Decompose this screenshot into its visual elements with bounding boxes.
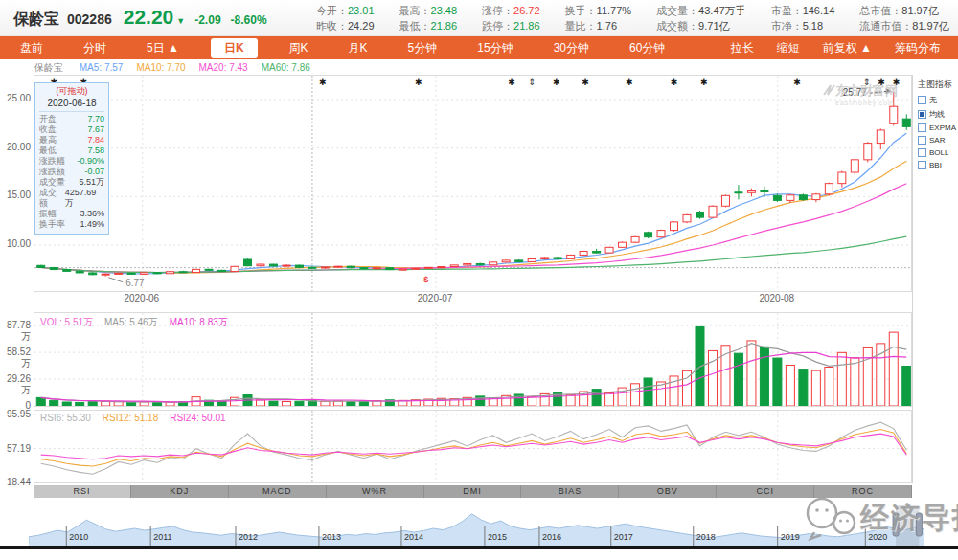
indicator-option-EXPMA[interactable]: EXPMA (913, 122, 957, 134)
tool-前复权 ▲[interactable]: 前复权 ▲ (823, 40, 872, 56)
tool-缩短[interactable]: 缩短 (777, 40, 800, 56)
stock-change: -2.09 (194, 13, 220, 27)
indicator-option-BBI[interactable]: BBI (913, 159, 957, 171)
rsi-legend: RSI6: 55.30RSI12: 51.18RSI24: 50.01 (40, 413, 238, 423)
indicator-tab-OBV[interactable]: OBV (619, 485, 717, 498)
chart-tools: 拉长缩短前复权 ▲筹码分布 (723, 40, 958, 56)
tab-30分钟[interactable]: 30分钟 (545, 38, 598, 58)
volume-tick: 29.26万 (2, 373, 31, 397)
stock-ident: 保龄宝 002286 22.20 ▼ -2.09 -8.60% (0, 6, 316, 30)
indicator-tab-MACD[interactable]: MACD (229, 485, 327, 498)
stat-column: 市盈：146.14市净：5.18 (771, 4, 835, 34)
tab-月K[interactable]: 月K (340, 38, 376, 58)
price-tick: 20.00 (2, 142, 31, 152)
checkbox-icon[interactable] (918, 123, 926, 132)
indicator-option-BOLL[interactable]: BOLL (913, 146, 957, 159)
tooltip-row: 振幅3.36% (39, 209, 104, 219)
price-down-arrow-icon: ▼ (176, 16, 185, 26)
svg-text:✱: ✱ (700, 78, 708, 87)
indicator-tab-KDJ[interactable]: KDJ (131, 485, 229, 498)
tool-筹码分布[interactable]: 筹码分布 (895, 40, 941, 56)
stat-今开: 今开：23.01 (316, 4, 375, 18)
checkbox-icon[interactable] (918, 161, 926, 169)
stock-header: 保龄宝 002286 22.20 ▼ -2.09 -8.60% 今开：23.01… (0, 0, 958, 36)
volume-tick: 87.78万 (2, 320, 31, 344)
tool-拉长[interactable]: 拉长 (731, 40, 754, 56)
svg-text:2015: 2015 (488, 532, 507, 542)
stat-总市值: 总市值：81.97亿 (859, 4, 949, 18)
tab-60分钟[interactable]: 60分钟 (621, 38, 673, 58)
tab-5分钟[interactable]: 5分钟 (399, 38, 446, 58)
svg-text:✱: ✱ (582, 78, 589, 87)
tab-15分钟[interactable]: 15分钟 (468, 38, 521, 58)
period-tabs: 盘前分时5日 ▲日K周K月K5分钟15分钟30分钟60分钟 (0, 38, 685, 58)
ma-label: MA10: 7.70 (136, 62, 185, 73)
rsi-tick: 57.19 (2, 443, 31, 454)
tooltip-date: 2020-06-18 (39, 97, 104, 112)
stat-column: 总市值：81.97亿流通市值：81.97亿 (859, 4, 949, 34)
stat-column: 换手：11.77%量比：1.76 (565, 4, 632, 34)
svg-text:✱: ✱ (553, 78, 560, 87)
stat-成交额: 成交额：9.71亿 (656, 19, 746, 34)
month-tick: 2020-08 (759, 293, 794, 303)
checkbox-icon[interactable] (918, 96, 926, 104)
svg-text:✱: ✱ (508, 78, 515, 87)
stat-column: 今开：23.01昨收：24.29 (316, 4, 375, 34)
rsi-tick: 18.44 (2, 477, 31, 487)
tab-盘前[interactable]: 盘前 (11, 38, 52, 58)
stat-市盈: 市盈：146.14 (771, 4, 835, 18)
svg-text:✱: ✱ (415, 78, 422, 87)
indicator-tab-RSI[interactable]: RSI (34, 485, 131, 498)
svg-text:✱: ✱ (626, 78, 633, 87)
tooltip-row: 最高7.84 (39, 135, 104, 146)
stat-column: 涨停：26.72跌停：21.86 (482, 4, 540, 34)
tab-分时[interactable]: 分时 (75, 38, 115, 58)
stat-涨停: 涨停：26.72 (482, 4, 540, 18)
svg-text:2012: 2012 (239, 532, 258, 542)
main-indicator-options: 无均线EXPMASARBOLLBBI (913, 93, 957, 171)
wechat-icon (801, 494, 860, 542)
ma-legend-stock: 保龄宝 (34, 62, 63, 73)
svg-text:2017: 2017 (614, 532, 633, 542)
stock-change-pct: -8.60% (231, 13, 267, 27)
stat-昨收: 昨收：24.29 (316, 19, 375, 34)
volume-label: MA5: 5.46万 (104, 317, 158, 327)
main-candlestick-chart[interactable]: ✱✱✱✱✱⇕✱✱✱✱✱✱⇕✱✱25.776.77$ (34, 75, 912, 292)
indicator-tab-W%R[interactable]: W%R (327, 485, 424, 498)
rsi-label: RSI12: 51.18 (103, 413, 158, 423)
indicator-option-SAR[interactable]: SAR (913, 134, 957, 146)
svg-text:2018: 2018 (696, 532, 716, 542)
svg-text:2016: 2016 (542, 532, 561, 542)
indicator-tab-CCI[interactable]: CCI (717, 485, 814, 498)
tooltip-row: 成交量5.51万 (39, 177, 104, 188)
checkbox-icon[interactable] (918, 148, 926, 157)
svg-text:2019: 2019 (781, 532, 800, 542)
stat-column: 成交量：43.47万手成交额：9.71亿 (656, 4, 746, 34)
svg-text:✱: ✱ (671, 78, 678, 87)
tab-5日 ▲[interactable]: 5日 ▲ (138, 38, 188, 58)
checkbox-icon[interactable] (918, 136, 926, 145)
tooltip-row: 开盘7.70 (39, 114, 104, 124)
tab-周K[interactable]: 周K (281, 38, 317, 58)
ma-label: MA20: 7.43 (199, 62, 248, 73)
tooltip-rows: 开盘7.70收盘7.67最高7.84最低7.58涨跌幅-0.90%涨跌额-0.0… (39, 114, 104, 230)
tooltip-row: 收盘7.67 (39, 124, 104, 135)
indicator-tab-BIAS[interactable]: BIAS (521, 485, 619, 498)
stock-price: 22.20 (124, 6, 174, 29)
checkbox-icon[interactable] (918, 110, 926, 119)
stat-换手: 换手：11.77% (565, 4, 632, 18)
ma-label: MA60: 7.86 (262, 62, 310, 73)
period-tab-bar: 盘前分时5日 ▲日K周K月K5分钟15分钟30分钟60分钟 拉长缩短前复权 ▲筹… (0, 36, 958, 59)
tab-日K[interactable]: 日K (211, 38, 258, 58)
candle-tooltip[interactable]: (可拖动) 2020-06-18 开盘7.70收盘7.67最高7.84最低7.5… (34, 82, 109, 235)
svg-text:2011: 2011 (153, 532, 171, 542)
stat-column: 最高：23.48最低：21.86 (399, 4, 458, 34)
indicator-option-均线[interactable]: 均线 (913, 107, 957, 122)
indicator-tab-DMI[interactable]: DMI (424, 485, 522, 498)
history-range-navigator[interactable]: 2010201120122013201420152016201720182019… (29, 502, 924, 546)
stock-name: 保龄宝 (13, 10, 59, 30)
indicator-option-无[interactable]: 无 (913, 93, 957, 107)
price-tick: 25.00 (2, 93, 31, 103)
volume-legend: VOL: 5.51万MA5: 5.46万MA10: 8.83万 (40, 316, 240, 329)
svg-text:2014: 2014 (404, 532, 423, 542)
